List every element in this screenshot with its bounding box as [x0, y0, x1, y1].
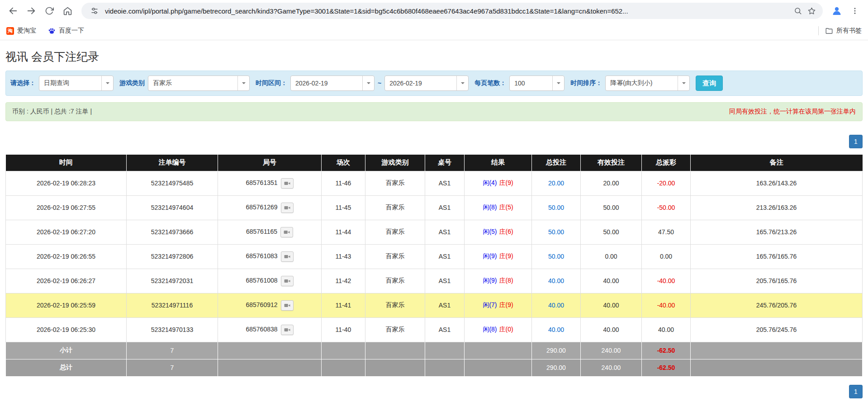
zoom-icon[interactable] [791, 4, 805, 18]
game-type-value: 百家乐 [153, 79, 172, 87]
chevron-down-icon [362, 76, 374, 90]
cell-session: 11-42 [322, 269, 365, 293]
sort-select[interactable]: 降幂(由大到小) [605, 76, 690, 91]
round-id-text: 685761351 [246, 179, 277, 186]
cell-result: 闲(8)庄(5) [465, 195, 532, 220]
result-banker: 庄(5) [499, 203, 513, 211]
pagination-page-1[interactable]: 1 [849, 385, 863, 398]
cell-total-bet: 50.00 [532, 195, 581, 220]
date-from-select[interactable]: 2026-02-19 [290, 76, 375, 91]
page-title: 视讯 会员下注纪录 [5, 49, 863, 64]
cell-valid-bet: 50.00 [581, 220, 642, 244]
cell-session: 11-43 [322, 244, 365, 269]
cell-time: 2026-02-19 06:27:20 [6, 220, 127, 244]
subtotal-row: 小计 7 290.00 240.00 -62.50 [6, 342, 863, 359]
cell-round-id: 685761269 [218, 195, 322, 220]
cell-total-bet: 40.00 [532, 317, 581, 342]
query-type-select[interactable]: 日期查询 [39, 76, 114, 91]
column-header: 结果 [465, 155, 532, 171]
video-replay-button[interactable] [281, 203, 294, 213]
currency-summary-text: 币别 : 人民币 | 总共 :7 注单 | [12, 108, 92, 116]
result-player: 闲(8) [483, 203, 497, 211]
total-valid-bet: 240.00 [581, 359, 642, 376]
cell-payout: 40.00 [642, 317, 691, 342]
home-button[interactable] [59, 2, 76, 19]
cell-round-id: 685761083 [218, 244, 322, 269]
cell-note: 165.76/165.76 [691, 244, 863, 269]
cell-session: 11-46 [322, 171, 365, 195]
date-to-select[interactable]: 2026-02-19 [384, 76, 469, 91]
result-banker: 庄(9) [499, 179, 513, 186]
video-replay-button[interactable] [281, 325, 294, 335]
game-type-select[interactable]: 百家乐 [148, 76, 250, 91]
tilde-separator: ~ [378, 80, 381, 87]
address-bar[interactable]: videoie.com/ipl/portal.php/game/betrecor… [81, 3, 823, 19]
filter-bar: 请选择： 日期查询 游戏类别 百家乐 时间区间： 2026-02-19 ~ 20… [5, 71, 863, 96]
back-button[interactable] [5, 2, 22, 19]
all-bookmarks-label: 所有书签 [836, 27, 862, 35]
total-bet-link[interactable]: 40.00 [548, 326, 564, 333]
total-bet-link[interactable]: 50.00 [548, 228, 564, 236]
cell-payout: 0.00 [642, 244, 691, 269]
cell-valid-bet: 40.00 [581, 269, 642, 293]
video-replay-button[interactable] [281, 300, 294, 311]
video-replay-button[interactable] [281, 276, 294, 286]
total-bet-link[interactable]: 50.00 [548, 204, 564, 211]
reload-button[interactable] [41, 2, 58, 19]
cell-time: 2026-02-19 06:28:23 [6, 171, 127, 195]
table-row: 2026-02-19 06:27:55 523214974604 6857612… [6, 195, 863, 220]
search-button[interactable]: 查询 [696, 76, 723, 91]
chevron-down-icon [237, 76, 249, 90]
bookmark-baidu[interactable]: 百度一下 [48, 27, 84, 35]
cell-game-type: 百家乐 [365, 220, 425, 244]
summary-notice-text: 同局有效投注，统一计算在该局第一张注单内 [729, 108, 856, 116]
profile-avatar[interactable] [828, 2, 845, 19]
total-bet-link[interactable]: 50.00 [548, 253, 564, 260]
chevron-down-icon [101, 76, 113, 90]
cell-result: 闲(8)庄(0) [465, 317, 532, 342]
total-bet-link[interactable]: 40.00 [548, 302, 564, 309]
camera-icon [284, 278, 290, 284]
total-bet-link[interactable]: 20.00 [548, 180, 564, 187]
page-size-value: 100 [514, 80, 525, 87]
pagination-page-1[interactable]: 1 [849, 135, 863, 148]
cell-table-no: AS1 [425, 317, 465, 342]
cell-table-no: AS1 [425, 293, 465, 317]
bookmark-aitaobao[interactable]: 淘 爱淘宝 [6, 27, 36, 35]
video-replay-button[interactable] [280, 227, 293, 237]
result-banker: 庄(9) [499, 301, 513, 308]
cell-note: 205.76/245.76 [691, 317, 863, 342]
column-header: 有效投注 [581, 155, 642, 171]
total-row: 总计 7 290.00 240.00 -62.50 [6, 359, 863, 376]
cell-time: 2026-02-19 06:26:55 [6, 244, 127, 269]
table-row: 2026-02-19 06:26:27 523214972031 6857610… [6, 269, 863, 293]
round-id-text: 685761165 [246, 228, 277, 235]
page-size-select[interactable]: 100 [509, 76, 564, 91]
video-replay-button[interactable] [281, 251, 294, 262]
site-settings-icon[interactable] [88, 4, 101, 18]
camera-icon [284, 254, 290, 260]
cell-round-id: 685760838 [218, 317, 322, 342]
round-id-text: 685761008 [246, 277, 277, 284]
cell-time: 2026-02-19 06:26:27 [6, 269, 127, 293]
sort-label: 时间排序： [570, 79, 602, 87]
total-bet-link[interactable]: 40.00 [548, 277, 564, 284]
query-type-label: 请选择： [10, 79, 36, 87]
cell-table-no: AS1 [425, 195, 465, 220]
round-id-text: 685761083 [246, 252, 277, 260]
all-bookmarks-button[interactable]: 所有书签 [825, 27, 862, 35]
subtotal-label: 小计 [6, 342, 127, 359]
bookmark-star-icon[interactable] [805, 4, 818, 18]
reload-icon [45, 6, 54, 15]
chevron-down-icon [552, 76, 564, 90]
url-text[interactable]: videoie.com/ipl/portal.php/game/betrecor… [105, 7, 787, 15]
menu-kebab-button[interactable] [846, 2, 863, 19]
cell-total-bet: 40.00 [532, 269, 581, 293]
video-replay-button[interactable] [281, 178, 294, 189]
column-header: 时间 [6, 155, 127, 171]
forward-button[interactable] [23, 2, 40, 19]
cell-time: 2026-02-19 06:25:30 [6, 317, 127, 342]
cell-bet-id: 523214972031 [127, 269, 218, 293]
camera-icon [284, 180, 290, 186]
cell-table-no: AS1 [425, 244, 465, 269]
